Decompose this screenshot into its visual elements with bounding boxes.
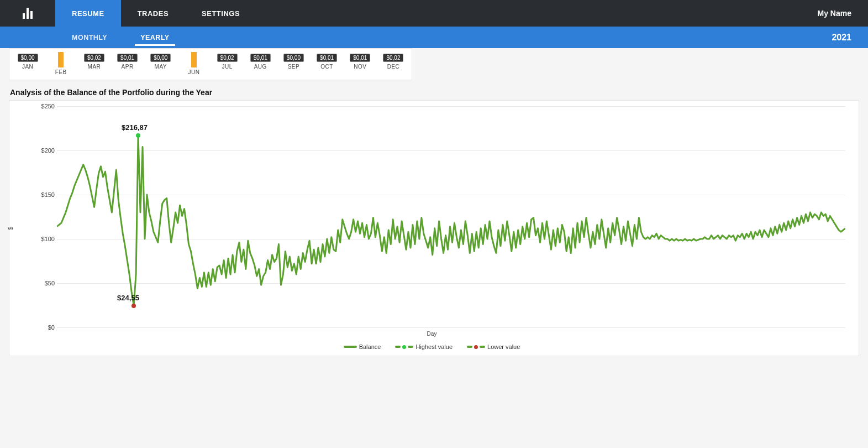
ytick: $250 — [41, 103, 55, 110]
mini-month-jul: $0,02JUL — [214, 52, 240, 75]
user-name[interactable]: My Name — [818, 9, 868, 18]
monthly-mini-chart: $0,00JANFEB$0,02MAR$0,01APR$0,00MAYJUN$0… — [9, 48, 412, 80]
year-label: 2021 — [832, 33, 868, 43]
mini-badge: $0,02 — [217, 54, 238, 62]
tab-settings[interactable]: SETTINGS — [185, 0, 256, 27]
subtab-monthly[interactable]: MONTHLY — [55, 27, 124, 48]
mini-badge: $0,00 — [150, 54, 171, 62]
mini-month-label: JUL — [214, 64, 240, 70]
lowest-marker — [131, 304, 136, 308]
mini-month-label: JUN — [181, 69, 207, 75]
tab-trades[interactable]: TRADES — [121, 0, 185, 27]
lowest-label: $24,55 — [117, 294, 139, 302]
mini-month-oct: $0,01OCT — [314, 52, 340, 75]
mini-month-feb: FEB — [48, 52, 73, 75]
logo — [0, 0, 55, 27]
ytick: $100 — [41, 236, 55, 242]
ytick: $50 — [45, 280, 55, 286]
ytick: $0 — [48, 324, 55, 331]
legend-lowest: Lower value — [467, 343, 520, 350]
tab-resume[interactable]: RESUME — [55, 0, 121, 27]
bars-icon — [23, 8, 33, 19]
mini-month-may: $0,00MAY — [148, 52, 173, 75]
mini-badge: $0,00 — [18, 54, 38, 62]
ytick: $150 — [41, 191, 55, 198]
subbar: MONTHLY YEARLY 2021 — [0, 27, 868, 48]
mini-bar — [191, 52, 197, 67]
mini-month-label: MAY — [148, 64, 173, 70]
ytick: $200 — [41, 147, 55, 154]
legend: Balance Highest value Lower value — [13, 343, 851, 350]
mini-badge: $0,01 — [250, 54, 271, 62]
mini-badge: $0,01 — [317, 54, 337, 62]
mini-badge: $0,02 — [84, 54, 104, 62]
mini-badge: $0,01 — [350, 54, 370, 62]
mini-bar — [58, 52, 64, 67]
mini-month-apr: $0,01APR — [115, 52, 140, 75]
mini-month-dec: $0,02DEC — [381, 52, 406, 75]
mini-month-jan: $0,00JAN — [15, 52, 40, 75]
mini-month-label: SEP — [281, 64, 306, 70]
line-chart: $0$50$100$150$200$250$216,87$24,55 — [31, 106, 851, 327]
legend-highest: Highest value — [395, 343, 453, 350]
mini-month-label: OCT — [314, 64, 340, 70]
chart-box: $ $0$50$100$150$200$250$216,87$24,55 Day… — [9, 100, 859, 356]
mini-badge: $0,02 — [383, 54, 403, 62]
mini-month-nov: $0,01NOV — [348, 52, 373, 75]
x-axis-label: Day — [13, 331, 851, 337]
y-axis-label: $ — [8, 227, 14, 230]
mini-month-aug: $0,01AUG — [248, 52, 273, 75]
chart-title: Analysis of the Balance of the Portfolio… — [10, 88, 859, 97]
highest-marker — [136, 133, 140, 138]
highest-label: $216,87 — [122, 123, 148, 132]
nav-tabs: RESUME TRADES SETTINGS — [55, 0, 256, 27]
mini-month-label: FEB — [48, 69, 73, 75]
subtab-yearly[interactable]: YEARLY — [124, 27, 186, 48]
topbar: RESUME TRADES SETTINGS My Name — [0, 0, 868, 27]
mini-month-label: JAN — [15, 64, 40, 70]
mini-badge: $0,00 — [283, 54, 304, 62]
mini-month-label: NOV — [348, 64, 373, 70]
mini-month-jun: JUN — [181, 52, 207, 75]
mini-month-label: DEC — [381, 64, 406, 70]
mini-month-mar: $0,02MAR — [81, 52, 107, 75]
mini-month-sep: $0,00SEP — [281, 52, 306, 75]
mini-badge: $0,01 — [117, 54, 138, 62]
mini-month-label: MAR — [81, 64, 107, 70]
mini-month-label: APR — [115, 64, 140, 70]
mini-month-label: AUG — [248, 64, 273, 70]
legend-balance: Balance — [344, 343, 381, 350]
